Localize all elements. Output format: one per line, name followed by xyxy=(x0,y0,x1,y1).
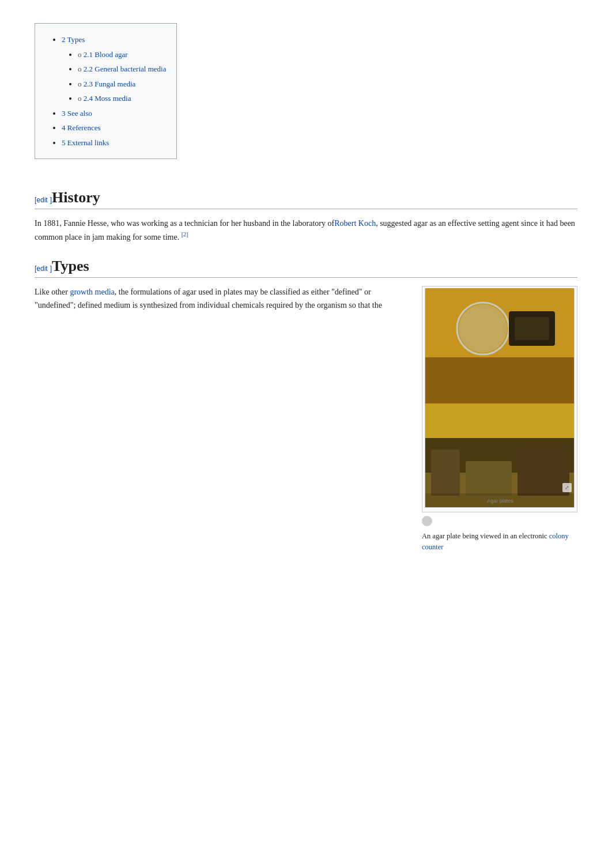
toc-item-see-also: 3 See also xyxy=(62,108,166,119)
svg-rect-9 xyxy=(515,317,549,340)
toc-link-external-links[interactable]: 5 External links xyxy=(62,138,109,147)
toc-item-types: 2 Types 2.1 Blood agar 2.2 General bacte… xyxy=(62,34,166,104)
toc-subitem-moss: 2.4 Moss media xyxy=(78,93,166,104)
svg-text:Agar plates: Agar plates xyxy=(487,498,513,504)
robert-koch-link[interactable]: Robert Koch xyxy=(334,219,376,228)
history-section-heading: [edit]History xyxy=(35,189,577,209)
growth-media-link[interactable]: growth media xyxy=(70,288,114,296)
types-section-heading: [edit]Types xyxy=(35,258,577,278)
toc-subitem-fungal: 2.3 Fungal media xyxy=(78,78,166,90)
toc-item-external-links: 5 External links xyxy=(62,137,166,149)
agar-plate-image: Agar plates ⤢ xyxy=(425,289,575,508)
toc-link-general-bacterial[interactable]: 2.2 General bacterial media xyxy=(84,65,167,73)
types-title: Types xyxy=(52,258,89,274)
toc-link-blood-agar[interactable]: 2.1 Blood agar xyxy=(84,50,128,59)
types-edit-link[interactable]: edit xyxy=(36,265,47,273)
svg-rect-12 xyxy=(517,444,569,496)
agar-plate-svg: Agar plates xyxy=(425,288,574,507)
agar-plate-image-inner: Agar plates xyxy=(425,289,574,507)
agar-plate-image-container: Agar plates ⤢ An agar plate being viewed… xyxy=(422,286,577,553)
toc-link-moss[interactable]: 2.4 Moss media xyxy=(84,94,131,103)
history-paragraph: In 1881, Fannie Hesse, who was working a… xyxy=(35,217,577,244)
image-caption-row xyxy=(422,516,577,526)
reference-2-link[interactable]: [2] xyxy=(182,231,188,237)
svg-rect-3 xyxy=(425,403,574,438)
svg-rect-10 xyxy=(431,450,460,496)
history-title: History xyxy=(52,189,100,206)
image-caption: An agar plate being viewed in an electro… xyxy=(422,531,572,553)
toc-link-see-also[interactable]: 3 See also xyxy=(62,109,92,118)
svg-point-7 xyxy=(459,304,507,353)
toc-link-references[interactable]: 4 References xyxy=(62,123,101,132)
toc-subitem-general-bacterial: 2.2 General bacterial media xyxy=(78,63,166,75)
toc-subitem-blood-agar: 2.1 Blood agar xyxy=(78,49,166,61)
caption-icon xyxy=(422,516,432,526)
agar-plate-image-wrapper: Agar plates ⤢ xyxy=(422,286,577,512)
toc-link-fungal[interactable]: 2.3 Fungal media xyxy=(84,80,136,88)
toc-item-references: 4 References xyxy=(62,122,166,134)
toc-link-types[interactable]: 2 Types xyxy=(62,35,85,44)
history-edit-link[interactable]: edit xyxy=(36,196,47,204)
table-of-contents: 2 Types 2.1 Blood agar 2.2 General bacte… xyxy=(35,23,177,159)
image-expand-icon[interactable]: ⤢ xyxy=(562,483,572,492)
svg-rect-2 xyxy=(425,357,574,403)
svg-rect-11 xyxy=(466,461,512,496)
